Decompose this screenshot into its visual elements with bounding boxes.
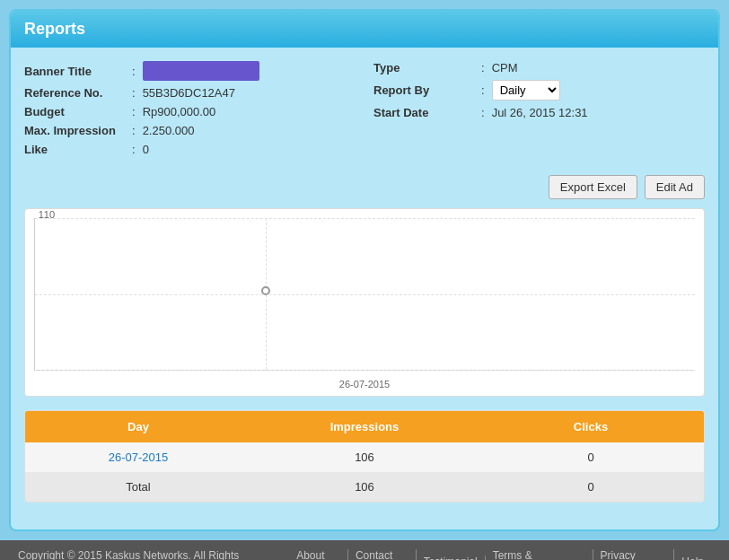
header-title: Reports — [24, 20, 85, 38]
footer: Copyright © 2015 Kaskus Networks. All Ri… — [0, 540, 729, 560]
chart-grid-line-mid — [35, 294, 695, 295]
table-cell-clicks-1: 0 — [478, 442, 704, 472]
reference-no-label: Reference No. — [24, 86, 132, 100]
chart-plot — [34, 218, 695, 371]
start-date-row: Start Date : Jul 26, 2015 12:31 — [373, 106, 705, 119]
type-label: Type — [373, 61, 481, 74]
table-total-label: Total — [25, 472, 251, 502]
table-total-clicks: 0 — [478, 472, 704, 502]
max-impression-row: Max. Impression : 2.250.000 — [24, 124, 356, 137]
budget-row: Budget : Rp900,000.00 — [24, 105, 356, 118]
table-cell-impressions-1: 106 — [251, 442, 478, 472]
table-cell-day-1[interactable]: 26-07-2015 — [25, 442, 251, 472]
chart-grid-line-bot — [35, 370, 695, 371]
table-total-impressions: 106 — [251, 472, 478, 502]
banner-color-preview — [143, 61, 259, 81]
footer-link-about[interactable]: About Us — [289, 549, 348, 560]
report-by-row: Report By : Daily Weekly Monthly — [373, 80, 705, 101]
banner-title-label: Banner Title — [24, 65, 132, 78]
chart-x-label: 26-07-2015 — [339, 379, 390, 389]
like-row: Like : 0 — [24, 143, 356, 156]
max-impression-label: Max. Impression — [24, 124, 132, 137]
like-label: Like — [24, 143, 132, 156]
budget-value: Rp900,000.00 — [143, 105, 216, 118]
max-impression-value: 2.250.000 — [143, 124, 195, 137]
like-value: 0 — [143, 143, 149, 156]
reference-no-row: Reference No. : 55B3D6DC12A47 — [24, 86, 356, 100]
start-date-label: Start Date — [373, 106, 481, 119]
type-value: CPM — [492, 61, 518, 74]
start-date-value: Jul 26, 2015 12:31 — [492, 106, 588, 119]
table-header-impressions: Impressions — [251, 411, 478, 442]
footer-links: About Us Contact Us Testimonial Terms & … — [289, 549, 711, 560]
table-header: Day Impressions Clicks — [25, 411, 704, 442]
footer-link-testimonial[interactable]: Testimonial — [417, 556, 486, 560]
report-by-label: Report By — [373, 83, 481, 97]
footer-link-help[interactable]: Help — [674, 556, 711, 560]
table-total-row: Total 106 0 — [25, 472, 704, 502]
footer-link-privacy[interactable]: Privacy Policy — [593, 549, 675, 560]
export-excel-button[interactable]: Export Excel — [549, 175, 637, 199]
reference-no-value: 55B3D6DC12A47 — [143, 86, 235, 100]
data-table: Day Impressions Clicks 26-07-2015 106 0 … — [24, 410, 705, 503]
chart-x-axis: 26-07-2015 — [34, 379, 695, 389]
table-header-clicks: Clicks — [478, 411, 704, 442]
report-by-select[interactable]: Daily Weekly Monthly — [492, 80, 560, 101]
footer-copyright: Copyright © 2015 Kaskus Networks. All Ri… — [18, 549, 289, 560]
footer-link-contact[interactable]: Contact Us — [348, 549, 417, 560]
chart-grid-line-top — [35, 218, 695, 219]
table-row: 26-07-2015 106 0 — [25, 442, 704, 472]
footer-link-terms[interactable]: Terms & Conditions — [486, 549, 593, 560]
type-row: Type : CPM — [373, 61, 705, 74]
budget-label: Budget — [24, 105, 132, 118]
chart-container: 110 100 90 26-07-2015 — [24, 208, 705, 397]
action-buttons: Export Excel Edit Ad — [24, 175, 705, 199]
page-title: Reports — [11, 11, 718, 48]
edit-ad-button[interactable]: Edit Ad — [645, 175, 705, 199]
table-header-day: Day — [25, 411, 251, 442]
banner-title-row: Banner Title : — [24, 61, 356, 81]
